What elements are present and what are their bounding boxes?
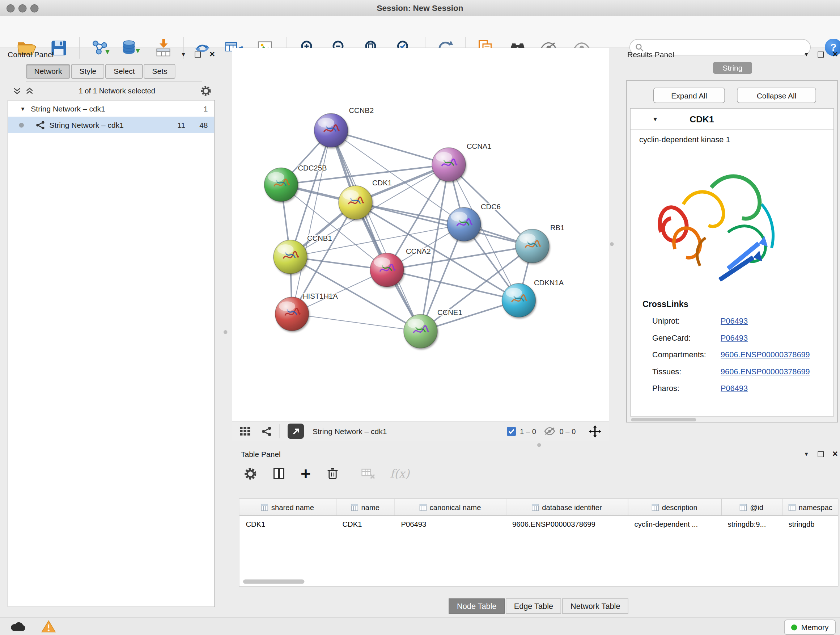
- tab-sets[interactable]: Sets: [144, 64, 175, 79]
- crosslink-row: Compartments: 9606.ENSP00000378699: [652, 346, 834, 363]
- node-label: CDC25B: [298, 164, 327, 172]
- network-node[interactable]: [339, 186, 372, 219]
- selected-checkbox-icon[interactable]: [507, 426, 516, 436]
- network-node[interactable]: [273, 240, 307, 274]
- table-header-row: shared name name canonical name database…: [240, 499, 838, 516]
- crosslink-value[interactable]: P06493: [721, 384, 748, 393]
- network-edge[interactable]: [292, 130, 331, 314]
- column-header[interactable]: database identifier: [506, 499, 628, 516]
- node-label: CDC6: [481, 203, 501, 211]
- cloud-status-icon[interactable]: [10, 621, 27, 635]
- network-node[interactable]: [447, 207, 481, 241]
- splitter-handle[interactable]: [537, 443, 541, 447]
- tab-string[interactable]: String: [713, 62, 752, 74]
- network-node[interactable]: [432, 148, 466, 181]
- table-settings-gear-icon[interactable]: [244, 467, 257, 480]
- float-panel-icon[interactable]: [195, 51, 201, 57]
- network-edge[interactable]: [331, 130, 449, 165]
- panel-menu-icon[interactable]: ▾: [182, 51, 185, 58]
- network-node[interactable]: [275, 297, 309, 331]
- tab-node-table[interactable]: Node Table: [448, 599, 505, 614]
- float-panel-icon[interactable]: [818, 51, 824, 57]
- horizontal-scrollbar[interactable]: [631, 418, 696, 421]
- column-header[interactable]: name: [336, 499, 395, 516]
- show-columns-icon[interactable]: [272, 467, 286, 480]
- close-panel-icon[interactable]: ×: [832, 450, 838, 458]
- splitter-handle[interactable]: [224, 330, 227, 334]
- crosslink-value[interactable]: 9606.ENSP00000378699: [721, 367, 810, 375]
- memory-label: Memory: [801, 623, 829, 632]
- network-node[interactable]: [264, 168, 298, 202]
- crosslink-value[interactable]: P06493: [721, 317, 748, 325]
- share-network-icon[interactable]: [262, 426, 272, 437]
- disclosure-triangle-icon[interactable]: ▼: [652, 116, 658, 122]
- splitter-handle[interactable]: [610, 242, 614, 246]
- gene-description: cyclin-dependent kinase 1: [639, 135, 834, 144]
- horizontal-scrollbar[interactable]: [243, 580, 305, 584]
- crosslink-label: Compartments:: [652, 350, 721, 359]
- external-arrow-icon: [292, 427, 300, 435]
- close-panel-icon[interactable]: ×: [832, 51, 838, 58]
- network-row-selected[interactable]: String Network – cdk1 11 48: [8, 117, 215, 133]
- node-label: CCNE1: [437, 309, 462, 317]
- network-tree: ▼ String Network – cdk1 1 String Network…: [8, 100, 215, 607]
- network-node[interactable]: [370, 253, 404, 287]
- collapse-all-icon[interactable]: [13, 87, 21, 95]
- disclosure-triangle-icon[interactable]: ▼: [20, 106, 26, 112]
- tab-network[interactable]: Network: [26, 64, 70, 79]
- network-edge[interactable]: [387, 270, 519, 301]
- pan-tool-icon[interactable]: [589, 425, 602, 438]
- column-header[interactable]: @id: [722, 499, 782, 516]
- tab-style[interactable]: Style: [71, 64, 104, 79]
- memory-button[interactable]: Memory: [784, 620, 836, 635]
- hidden-count-badge: 0 – 0: [559, 427, 576, 435]
- edge-count: 48: [199, 120, 208, 129]
- network-selection-summary: 1 of 1 Network selected: [34, 87, 201, 95]
- gear-icon[interactable]: [201, 85, 212, 97]
- collapse-all-button[interactable]: Collapse All: [737, 88, 816, 103]
- expand-all-button[interactable]: Expand All: [653, 88, 725, 103]
- open-in-new-window-button[interactable]: [287, 424, 304, 439]
- node-label: HIST1H1A: [303, 292, 338, 300]
- delete-column-trash-icon[interactable]: [326, 467, 339, 481]
- app-window: Session: New Session: [0, 0, 840, 635]
- expand-all-icon[interactable]: [26, 87, 34, 95]
- node-label: CDK1: [372, 179, 392, 187]
- tab-network-table[interactable]: Network Table: [562, 599, 628, 614]
- tab-edge-table[interactable]: Edge Table: [506, 599, 561, 614]
- column-header[interactable]: shared name: [240, 499, 336, 516]
- crosslink-value[interactable]: 9606.ENSP00000378699: [721, 350, 810, 359]
- crosslink-row: Tissues: 9606.ENSP00000378699: [652, 363, 834, 380]
- current-network-bullet-icon: [19, 122, 24, 127]
- hidden-eye-icon[interactable]: [544, 427, 556, 435]
- column-header[interactable]: canonical name: [395, 499, 506, 516]
- network-collection-row[interactable]: ▼ String Network – cdk1 1: [8, 101, 215, 117]
- network-edge[interactable]: [292, 314, 421, 331]
- table-row[interactable]: CDK1 CDK1 P06493 9606.ENSP00000378699 cy…: [240, 516, 838, 532]
- network-node[interactable]: [515, 229, 549, 263]
- toolbar-separator: [279, 424, 280, 439]
- close-panel-icon[interactable]: ×: [210, 51, 215, 58]
- network-toolbar: String Network – cdk1 1 – 0 0 – 0: [232, 421, 609, 441]
- column-header[interactable]: namespac: [782, 499, 838, 516]
- table-tabs: Node Table Edge Table Network Table: [237, 599, 840, 614]
- panel-menu-icon[interactable]: ▾: [805, 51, 808, 58]
- main-toolbar: ?: [0, 16, 840, 48]
- tab-select[interactable]: Select: [106, 64, 143, 79]
- warning-icon[interactable]: [41, 620, 56, 635]
- add-column-icon[interactable]: +: [301, 467, 311, 480]
- network-node[interactable]: [404, 315, 437, 348]
- table-panel: Table Panel ▾ × +: [237, 448, 840, 617]
- network-node[interactable]: [314, 114, 348, 147]
- panel-menu-icon[interactable]: ▾: [805, 450, 808, 458]
- network-graph[interactable]: CCNB2CCNA1CDC25BCDK1CDC6RB1CCNB1CCNA2CDK…: [232, 48, 609, 421]
- float-panel-icon[interactable]: [818, 451, 824, 457]
- string-network-icon: [36, 120, 45, 130]
- network-node[interactable]: [502, 283, 536, 317]
- results-panel: Results Panel ▾ × String Expand All Coll…: [625, 48, 840, 440]
- control-panel-title: Control Panel: [8, 50, 54, 59]
- network-edge[interactable]: [331, 130, 421, 331]
- graphics-details-icon[interactable]: [240, 426, 251, 436]
- crosslink-value[interactable]: P06493: [721, 333, 748, 342]
- column-header[interactable]: description: [628, 499, 722, 516]
